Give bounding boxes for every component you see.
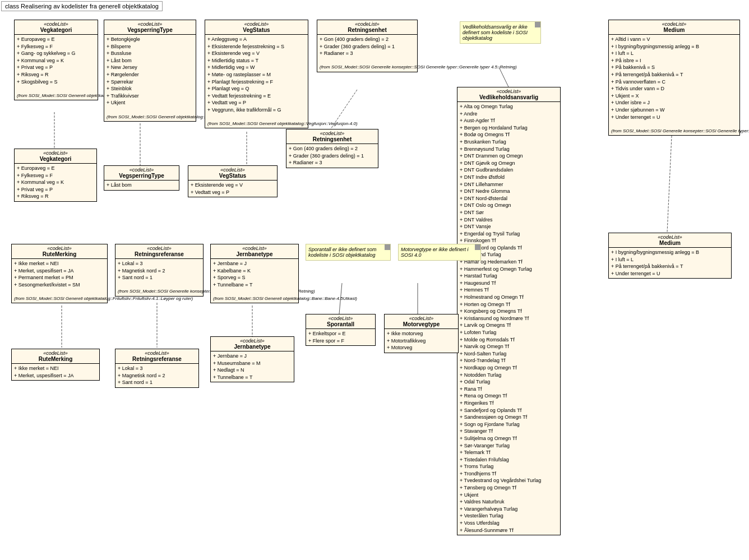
box-sporantall-header: «codeList» Sporantall — [306, 314, 375, 329]
box-medium2-header: «codeList» Medium — [609, 233, 731, 248]
box-rutemerking1-header: «codeList» RuteMerking — [12, 244, 107, 259]
box-retningsenhet2-header: «codeList» Retningsenhet — [286, 129, 378, 144]
box-sporantall-body: + Enkeltspor = E + Flere spor = F — [306, 329, 375, 345]
box-vegstatus2-body: + Eksisterende veg = V + Vedtatt veg = P — [188, 181, 277, 197]
box-rutemerking1: «codeList» RuteMerking + Ikke merket = N… — [11, 244, 108, 303]
box-retningsenhet1-header: «codeList» Retningsenhet — [317, 20, 417, 35]
box-jernbanetype2: «codeList» Jernbanetype + Jernbane = J +… — [210, 336, 294, 382]
box-vegsperringtype2-header: «codeList» VegsperringType — [104, 166, 179, 181]
box-jernbanetype2-body: + Jernbane = J + Museumsbane = M + Nedla… — [211, 351, 294, 382]
box-vegstatus1-body: + Anleggsveg = A + Eksisterende ferjesst… — [205, 35, 308, 128]
box-vegkategori1-body: + Europaveg = E + Fylkesveg = F + Gang- … — [15, 35, 98, 100]
box-vegstatus2: «codeList» VegStatus + Eksisterende veg … — [188, 165, 278, 197]
box-vedlikeholdsansvarlig: «codeList» Vedlikeholdsansvarlig + Alta … — [457, 87, 561, 535]
svg-line-4 — [499, 67, 508, 87]
note-motorvegtype: Motorvegtype er ikke definert i SOSI 4.0 — [398, 244, 481, 261]
box-vedlikeholdsansvarlig-body: + Alta og Omegn Turlag + Andre + Aust-Ag… — [457, 102, 560, 535]
box-jernbanetype1-body: + Jernbane = J + Kabelbane = K + Sporveg… — [211, 259, 298, 303]
box-jernbanetype1-header: «codeList» Jernbanetype — [211, 244, 298, 259]
box-motorvegtype-body: + Ikke motorveg + Motortrafikkveg + Moto… — [385, 329, 458, 353]
box-medium2: «codeList» Medium + I bygning/bygningsme… — [608, 233, 732, 279]
box-medium1: «codeList» Medium + Alltid i vann = V + … — [608, 20, 740, 136]
box-retningsreferanse2: «codeList» Retningsreferanse + Lokal = 3… — [115, 349, 199, 388]
box-vegkategori2: «codeList» Vegkategori + Europaveg = E +… — [14, 149, 97, 202]
box-vegsperringtype1-body: + Betongkjegle + Bilsperre + Bussluse + … — [104, 35, 196, 121]
box-vegsperringtype1-header: «codeList» VegsperringType — [104, 20, 196, 35]
box-retningsreferanse1-header: «codeList» Retningsreferanse — [115, 244, 203, 259]
box-jernbanetype2-header: «codeList» Jernbanetype — [211, 337, 294, 351]
box-retningsreferanse1-body: + Lokal = 3 + Magnetisk nord = 2 + Sant … — [115, 259, 203, 296]
box-vegsperringtype2: «codeList» VegsperringType + Låst bom — [104, 165, 179, 191]
note-sporantall: Sporantall er ikke definert som kodelist… — [306, 244, 391, 261]
box-retningsenhet2: «codeList» Retningsenhet + Gon (400 grad… — [286, 129, 378, 168]
box-vegstatus1-header: «codeList» VegStatus — [205, 20, 308, 35]
box-jernbanetype1: «codeList» Jernbanetype + Jernbane = J +… — [210, 244, 299, 303]
box-motorvegtype: «codeList» Motorvegtype + Ikke motorveg … — [384, 314, 459, 353]
box-rutemerking2: «codeList» RuteMerking + Ikke merket = N… — [11, 349, 100, 381]
box-retningsenhet2-body: + Gon (400 graders deling) = 2 + Grader … — [286, 144, 378, 168]
box-retningsenhet1: «codeList» Retningsenhet + Gon (400 grad… — [317, 20, 418, 72]
box-retningsreferanse2-header: «codeList» Retningsreferanse — [115, 349, 198, 364]
box-vegkategori1-header: «codeList» Vegkategori — [15, 20, 98, 35]
box-motorvegtype-header: «codeList» Motorvegtype — [385, 314, 458, 329]
diagram-title: class Realisering av kodelister fra gene… — [1, 1, 163, 11]
box-medium2-body: + I bygning/bygningsmessig anlegg = B + … — [609, 248, 731, 278]
box-vedlikeholdsansvarlig-header: «codeList» Vedlikeholdsansvarlig — [457, 87, 560, 102]
box-vegsperringtype2-body: + Låst bom — [104, 181, 179, 190]
box-vegstatus1: «codeList» VegStatus + Anleggsveg = A + … — [205, 20, 308, 128]
box-vegsperringtype1: «codeList» VegsperringType + Betongkjegl… — [104, 20, 196, 122]
box-vegstatus2-header: «codeList» VegStatus — [188, 166, 277, 181]
box-vegkategori2-body: + Europaveg = E + Fylkesveg = F + Kommun… — [15, 164, 96, 201]
box-rutemerking1-body: + Ikke merket = NEI + Merket, uspesifise… — [12, 259, 107, 303]
box-vegkategori2-header: «codeList» Vegkategori — [15, 149, 96, 164]
box-rutemerking2-body: + Ikke merket = NEI + Merket, uspesifise… — [12, 364, 99, 380]
box-medium1-body: + Alltid i vann = V + I bygning/bygnings… — [609, 35, 739, 135]
box-retningsenhet1-body: + Gon (400 graders deling) = 2 + Grader … — [317, 35, 417, 72]
box-sporantall: «codeList» Sporantall + Enkeltspor = E +… — [306, 314, 376, 346]
box-retningsreferanse1: «codeList» Retningsreferanse + Lokal = 3… — [115, 244, 204, 297]
note-vedlikeholdsansvarlig: Vedlikeholdsansvarlig er ikke definert s… — [460, 21, 541, 44]
box-rutemerking2-header: «codeList» RuteMerking — [12, 349, 99, 364]
box-vegkategori1: «codeList» Vegkategori + Europaveg = E +… — [14, 20, 98, 100]
box-retningsreferanse2-body: + Lokal = 3 + Magnetisk nord = 2 + Sant … — [115, 364, 198, 387]
diagram-container: class Realisering av kodelister fra gene… — [0, 0, 749, 560]
box-medium1-header: «codeList» Medium — [609, 20, 739, 35]
